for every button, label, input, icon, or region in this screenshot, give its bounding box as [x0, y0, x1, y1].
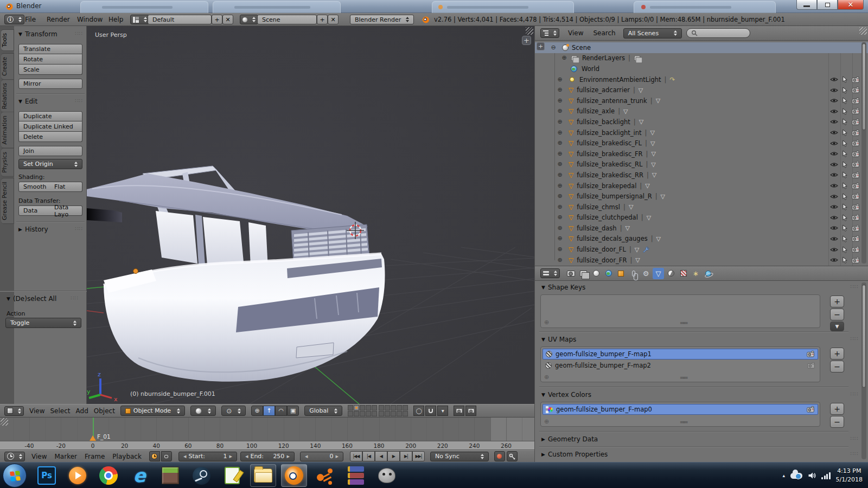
selectable-icon[interactable] — [842, 97, 848, 104]
hide-icon[interactable] — [830, 172, 838, 178]
timeline-menu-view[interactable]: View — [31, 453, 47, 460]
hide-icon[interactable] — [830, 108, 838, 114]
outliner-row-mesh[interactable]: ⊕ ▽ fullsize_brakedisc_RR | ▽ — [535, 170, 868, 181]
taskbar-item-internet-explorer[interactable]: e — [126, 464, 152, 487]
renderable-icon[interactable] — [852, 140, 860, 146]
expand-icon[interactable]: ⊕ — [557, 130, 563, 136]
set-origin-dropdown[interactable]: Set Origin — [18, 159, 82, 169]
region-resize-grip[interactable] — [526, 27, 533, 35]
outliner-row-mesh[interactable]: ⊕ ▽ fullsize_antenna_trunk | ▽ — [535, 95, 868, 106]
tab-animation[interactable]: Animation — [1, 112, 14, 149]
outliner-row-mesh[interactable]: ⊕ ▽ fullsize_brakedisc_RL | ▽ — [535, 159, 868, 170]
shape-keys-list[interactable]: ⊕ ══ — [540, 294, 820, 328]
tray-expand-icon[interactable]: ▴ — [783, 473, 786, 478]
screen-layout-field[interactable]: Default — [148, 15, 212, 24]
redo-panel-header[interactable]: ▼(De)select All — [7, 295, 56, 303]
proportional-edit-button[interactable]: ◯ — [413, 406, 424, 416]
selectable-icon[interactable] — [842, 129, 848, 136]
expand-icon[interactable]: ⊕ — [557, 214, 563, 221]
outliner-row-mesh[interactable]: ⊕ ▽ fullsize_dash | ▽ — [535, 223, 868, 234]
outliner-menu-search[interactable]: Search — [593, 29, 615, 37]
panel-drag-grip[interactable]: ∷∷ — [75, 98, 83, 104]
outliner-scrollbar-thumb[interactable] — [862, 43, 866, 130]
selectable-icon[interactable] — [842, 193, 848, 200]
timeline-track[interactable]: F_01 — [0, 418, 534, 441]
tab-relations[interactable]: Relations — [1, 79, 14, 113]
outliner-search-field[interactable] — [686, 28, 750, 38]
outliner-row-mesh[interactable]: ⊕ ▽ fullsize_adcarrier | ▽ — [535, 85, 868, 95]
hide-icon[interactable] — [830, 247, 838, 253]
renderable-icon[interactable] — [852, 172, 860, 178]
panel-drag-grip[interactable]: ∷∷ — [850, 284, 858, 290]
renderable-icon[interactable] — [852, 119, 860, 125]
taskbar-item-minecraft[interactable] — [157, 464, 183, 487]
outliner-row-mesh[interactable]: ⊕ ▽ fullsize_brakepedal | ▽ — [535, 181, 868, 191]
volume-icon[interactable] — [808, 472, 816, 479]
expand-icon[interactable]: ⊕ — [561, 55, 567, 61]
expand-icon[interactable]: ⊕ — [557, 193, 563, 200]
shade-smooth-button[interactable]: Smooth — [18, 182, 50, 192]
properties-tab-object[interactable] — [615, 268, 627, 279]
menu-help[interactable]: Help — [108, 16, 123, 23]
expand-icon[interactable]: ⊕ — [557, 257, 563, 264]
open-filter-region-button[interactable]: + — [537, 42, 545, 50]
outliner-filter-dropdown[interactable]: All Scenes — [623, 28, 682, 38]
translate-button[interactable]: Translate — [18, 44, 82, 54]
jump-to-end-button[interactable]: ▶▶| — [412, 451, 425, 461]
expand-icon[interactable]: ⊕ — [557, 235, 563, 242]
viewport-menu-add[interactable]: Add — [76, 407, 88, 415]
hide-icon[interactable] — [830, 76, 838, 82]
renderable-icon[interactable] — [852, 193, 860, 200]
snap-element-button[interactable]: ▾ — [437, 406, 448, 416]
vertex-colors-list[interactable]: geom-fullsize_bumper_F-map0 ⊕ ══ — [540, 402, 820, 427]
expand-icon[interactable]: ⊕ — [557, 76, 563, 83]
taskbar-item-media-player[interactable] — [65, 464, 91, 487]
properties-tab-texture[interactable] — [678, 268, 689, 279]
renderable-icon[interactable] — [852, 214, 860, 221]
properties-tab-world[interactable] — [603, 268, 614, 279]
list-resize-grip[interactable]: ══ — [680, 374, 687, 382]
properties-tab-render-layers[interactable] — [578, 268, 589, 279]
render-engine-dropdown[interactable]: Blender Render — [350, 15, 414, 24]
editor-type-button[interactable]: i — [4, 15, 24, 24]
action-toggle-dropdown[interactable]: Toggle — [5, 318, 81, 328]
hide-icon[interactable] — [830, 151, 838, 157]
play-button[interactable]: ▶ — [387, 451, 400, 461]
outliner-row-mesh[interactable]: ⊕ ▽ fullsize_decals_gauges | ▽ — [535, 234, 868, 245]
outliner-menu-view[interactable]: View — [568, 29, 583, 37]
interaction-mode-dropdown[interactable]: Object Mode — [120, 406, 185, 416]
geometry-data-panel-header[interactable]: ▶Geometry Data — [541, 435, 598, 443]
expand-icon[interactable]: ⊕ — [557, 108, 563, 114]
timeline-menu-playback[interactable]: Playback — [112, 453, 142, 460]
renderable-icon[interactable] — [852, 161, 860, 168]
renderable-icon[interactable] — [852, 246, 860, 253]
window-titlebar[interactable]: Blender ✕ — [0, 0, 868, 13]
renderable-icon[interactable] — [852, 76, 860, 83]
play-reverse-button[interactable]: ◀ — [375, 451, 387, 461]
render-camera-icon[interactable] — [807, 362, 815, 369]
outliner-row-mesh[interactable]: ⊕ ▽ fullsize_backlight_int | ▽ — [535, 127, 868, 138]
selectable-icon[interactable] — [842, 182, 848, 189]
selectable-icon[interactable] — [842, 108, 848, 115]
taskbar-item-notepad[interactable] — [219, 464, 245, 487]
outliner-row-world[interactable]: World — [535, 63, 868, 74]
panel-drag-grip[interactable]: ∷∷ — [850, 336, 858, 342]
timeline-menu-marker[interactable]: Marker — [54, 453, 76, 460]
taskbar-item-winrar[interactable] — [343, 464, 369, 487]
auto-keyframe-button[interactable] — [494, 451, 505, 461]
hide-icon[interactable] — [830, 194, 838, 200]
taskbar-item-photoshop[interactable]: Ps — [34, 464, 60, 487]
list-resize-grip[interactable]: ══ — [680, 319, 687, 327]
add-scene-button[interactable]: + — [317, 15, 328, 24]
screen-layout-icon-button[interactable] — [130, 15, 150, 24]
hide-icon[interactable] — [830, 98, 838, 104]
vertex-colors-panel-header[interactable]: ▼Vertex Colors — [541, 391, 591, 399]
cloud-sync-icon[interactable] — [790, 473, 802, 479]
minimize-button[interactable] — [796, 0, 817, 10]
close-layout-button[interactable]: ✕ — [222, 15, 233, 24]
selectable-icon[interactable] — [842, 235, 848, 242]
selectable-icon[interactable] — [842, 214, 848, 221]
expand-icon[interactable]: ⊕ — [557, 225, 563, 232]
delete-button[interactable]: Delete — [18, 132, 82, 142]
hide-icon[interactable] — [830, 257, 838, 263]
